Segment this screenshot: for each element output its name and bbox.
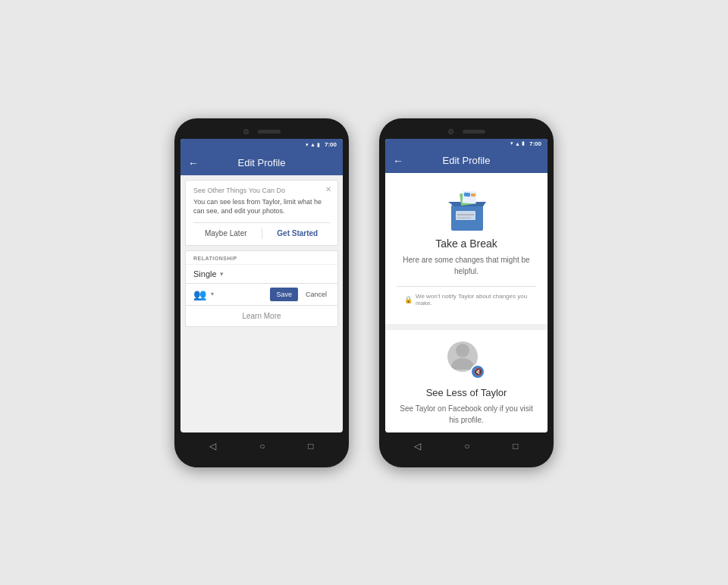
back-nav-button-left[interactable]: ◁ xyxy=(209,441,216,451)
cancel-button[interactable]: Cancel xyxy=(303,288,330,301)
home-nav-button-left[interactable]: ○ xyxy=(259,441,265,451)
back-nav-button-right[interactable]: ◁ xyxy=(414,441,421,451)
see-less-section: 🔇 See Less of Taylor See Taylor on Faceb… xyxy=(385,324,548,432)
front-camera-left xyxy=(243,129,249,134)
status-icons-left: ▾ ▲ ▮ 7:00 xyxy=(306,141,337,148)
bottom-nav-left: ◁ ○ □ xyxy=(180,432,343,460)
see-less-title: See Less of Taylor xyxy=(426,387,507,398)
take-break-section: Take a Break Here are some changes that … xyxy=(385,173,548,324)
status-bar-right: ▾ ▲ ▮ 7:00 xyxy=(385,139,548,149)
partner-dropdown-icon: ▾ xyxy=(211,291,214,297)
privacy-note: 🔒 We won't notify Taylor about changes y… xyxy=(397,286,536,313)
left-phone: ▾ ▲ ▮ 7:00 ← Edit Profile See Other Thin… xyxy=(174,118,349,467)
relationship-value: Single xyxy=(193,269,217,278)
notification-body: You can see less from Taylor, limit what… xyxy=(193,197,330,216)
svg-rect-5 xyxy=(456,211,475,220)
speaker-left xyxy=(258,130,281,134)
people-icon: 👥 xyxy=(193,288,206,300)
left-screen: ▾ ▲ ▮ 7:00 ← Edit Profile See Other Thin… xyxy=(180,139,343,432)
page-title-left: Edit Profile xyxy=(205,157,318,168)
back-button-left[interactable]: ← xyxy=(188,157,199,169)
learn-more-row: Learn More xyxy=(186,306,337,326)
svg-point-8 xyxy=(456,344,469,357)
status-time-left: 7:00 xyxy=(325,141,337,148)
relationship-section: RELATIONSHIP Single ▾ 👥 ▾ Save Cancel Le… xyxy=(185,250,338,327)
privacy-text: We won't notify Taylor about changes you… xyxy=(416,293,529,307)
save-button[interactable]: Save xyxy=(270,288,298,301)
partner-row: 👥 ▾ Save Cancel xyxy=(186,284,337,306)
person-svg xyxy=(451,343,474,370)
phone-top-bar-left xyxy=(180,126,343,139)
see-less-desc: See Taylor on Facebook only if you visit… xyxy=(397,403,536,426)
right-screen: ▾ ▲ ▮ 7:00 ← Edit Profile xyxy=(385,139,548,432)
take-break-title: Take a Break xyxy=(435,237,497,250)
vertical-divider xyxy=(262,228,262,239)
notification-card: See Other Things You Can Do You can see … xyxy=(185,180,338,246)
wifi-icon-right: ▾ xyxy=(510,140,513,146)
recent-nav-button-right[interactable]: □ xyxy=(513,441,518,451)
right-phone: ▾ ▲ ▮ 7:00 ← Edit Profile xyxy=(379,118,554,467)
relationship-label: RELATIONSHIP xyxy=(186,251,337,265)
maybe-later-button[interactable]: Maybe Later xyxy=(193,228,259,239)
app-header-right: ← Edit Profile xyxy=(385,149,548,173)
app-header-left: ← Edit Profile xyxy=(180,151,343,175)
status-bar-left: ▾ ▲ ▮ 7:00 xyxy=(180,139,343,151)
svg-rect-3 xyxy=(464,192,470,196)
speaker-right xyxy=(463,130,485,134)
notification-title: See Other Things You Can Do xyxy=(193,187,330,194)
dropdown-arrow-icon: ▾ xyxy=(220,270,224,278)
battery-icon-right: ▮ xyxy=(522,140,525,146)
learn-more-text[interactable]: Learn More xyxy=(242,312,281,320)
signal-icon: ▲ xyxy=(310,142,315,147)
get-started-button[interactable]: Get Started xyxy=(265,228,331,239)
recent-nav-button-left[interactable]: □ xyxy=(308,441,313,451)
back-button-right[interactable]: ← xyxy=(393,155,403,167)
status-time-right: 7:00 xyxy=(529,140,541,147)
notification-actions: Maybe Later Get Started xyxy=(193,222,330,239)
relationship-status-row[interactable]: Single ▾ xyxy=(186,265,337,284)
box-svg xyxy=(444,188,497,234)
status-icons-right: ▾ ▲ ▮ 7:00 xyxy=(510,140,541,147)
close-icon[interactable]: ✕ xyxy=(325,185,331,193)
home-nav-button-right[interactable]: ○ xyxy=(464,441,469,451)
take-break-desc: Here are some changes that might be help… xyxy=(397,254,536,277)
lock-icon: 🔒 xyxy=(404,296,413,304)
page-title-right: Edit Profile xyxy=(410,155,523,166)
avatar-mute-container: 🔇 xyxy=(447,341,485,379)
svg-rect-4 xyxy=(471,193,475,196)
front-camera-right xyxy=(448,129,453,134)
phone-top-bar-right xyxy=(385,126,548,139)
wifi-icon: ▾ xyxy=(306,142,309,148)
mute-badge: 🔇 xyxy=(470,364,485,379)
box-illustration xyxy=(444,188,489,230)
mute-icon: 🔇 xyxy=(474,368,482,376)
bottom-nav-right: ◁ ○ □ xyxy=(385,432,548,460)
battery-icon: ▮ xyxy=(317,142,320,148)
signal-icon-right: ▲ xyxy=(515,141,520,146)
